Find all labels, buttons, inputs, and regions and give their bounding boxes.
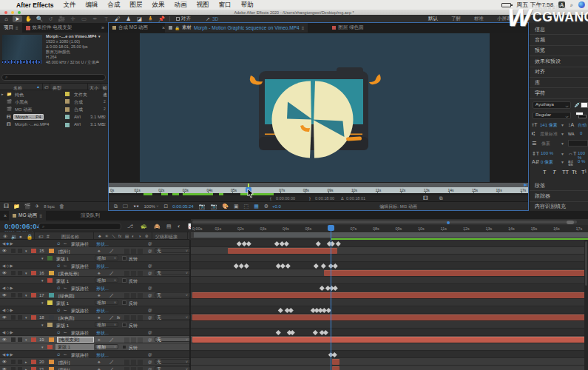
shy-switch-icon[interactable]: ♣ xyxy=(98,337,101,342)
eye-icon[interactable]: 👁 xyxy=(2,315,7,320)
tab-render-queue[interactable]: 渲染队列 xyxy=(77,211,104,221)
label-color-swatch[interactable] xyxy=(65,92,70,96)
eye-icon[interactable]: 👁 xyxy=(2,360,7,364)
project-item-name[interactable]: 小黑点 xyxy=(15,99,28,106)
invert-checkbox[interactable] xyxy=(122,345,126,349)
close-tab-icon[interactable]: × xyxy=(4,213,7,218)
workspace-了解[interactable]: 了解 xyxy=(451,16,461,22)
layer-duration-bar[interactable] xyxy=(332,366,339,370)
threed-switch-icon[interactable]: ⊛ xyxy=(145,234,149,238)
stopwatch-icon[interactable]: ⏱ xyxy=(57,352,60,357)
label-color-swatch[interactable] xyxy=(65,115,70,119)
shy-layers-icon[interactable]: 🙈 xyxy=(154,223,160,229)
workspace-库[interactable]: 库 xyxy=(524,16,530,22)
chevron-down-icon[interactable]: ▼ xyxy=(561,123,564,127)
layer-row[interactable]: 👁▾15[指针]♣／@无˅ xyxy=(0,247,588,255)
project-item-name[interactable]: Morph -....P4 xyxy=(13,114,44,120)
mini-flowchart-icon[interactable]: ⎇ xyxy=(127,223,133,229)
timeline-navigator[interactable] xyxy=(191,219,588,225)
mask-row[interactable]: ▾蒙版 1相加˅反转 xyxy=(0,321,588,329)
parent-select[interactable]: 无˅ xyxy=(155,366,190,370)
quality-switch-icon[interactable]: ＼ xyxy=(112,234,116,239)
mask-color-swatch[interactable] xyxy=(47,256,53,261)
pickwhip-icon[interactable]: @ xyxy=(148,315,152,320)
collapse-icon[interactable]: ▾ xyxy=(41,345,44,349)
show-snapshot-icon[interactable]: 📷 xyxy=(210,204,217,209)
pickwhip-icon[interactable]: @ xyxy=(148,308,152,312)
pan-behind-tool-icon[interactable]: ✛ xyxy=(68,16,78,22)
adjustment-switch-icon[interactable]: ◑ xyxy=(138,234,141,238)
panel-header-段落[interactable]: 段落 xyxy=(530,181,588,191)
navigator-bar[interactable] xyxy=(192,221,577,223)
collapse-switch-icon[interactable]: ☀ xyxy=(105,234,109,238)
rotation-tool-icon[interactable]: ↺ xyxy=(46,16,55,22)
layer-duration-bar[interactable] xyxy=(192,314,588,320)
number-column-icon[interactable]: # xyxy=(47,234,50,239)
invert-checkbox[interactable] xyxy=(122,323,126,327)
property-row[interactable]: ◀◇▶⏱⌙蒙版路径形状...@ xyxy=(0,284,588,292)
source-color-swatch[interactable] xyxy=(49,293,54,298)
workspace-小屏幕[interactable]: 小屏幕 xyxy=(497,16,512,22)
invert-checkbox[interactable] xyxy=(122,300,126,305)
menu-item-编辑[interactable]: 编辑 xyxy=(86,1,98,10)
shy-switch-icon[interactable]: ♣ xyxy=(98,234,101,238)
parent-select[interactable]: 无˅ xyxy=(155,292,190,297)
snapshot-icon[interactable]: 📷 xyxy=(199,204,206,209)
brush-tool-icon[interactable]: 🖌 xyxy=(112,16,122,22)
layer-duration-bar[interactable] xyxy=(324,270,588,276)
faux-style-button[interactable]: T xyxy=(552,169,556,175)
tab-effect-controls[interactable]: 效果控件 电视支架 xyxy=(22,23,76,33)
quality-switch-icon[interactable]: ／ xyxy=(109,292,114,299)
text-tool-icon[interactable]: T xyxy=(101,16,111,22)
pen-tool-icon[interactable]: ✒ xyxy=(90,16,100,22)
align-checkbox[interactable] xyxy=(176,17,180,21)
roto-brush-tool-icon[interactable]: 🧍 xyxy=(146,16,155,22)
exposure-value[interactable]: +0.0 xyxy=(272,204,281,209)
pickwhip-icon[interactable]: @ xyxy=(148,367,152,370)
stopwatch-icon[interactable]: ⏱ xyxy=(57,263,60,269)
lock-column-icon[interactable]: 🔒 xyxy=(27,234,33,240)
workspace-标准[interactable]: 标准 xyxy=(474,16,484,22)
snap-align-toggle[interactable]: 对齐 xyxy=(176,16,191,22)
layer-name[interactable]: [指针] xyxy=(58,367,70,370)
collapse-icon[interactable]: ▾ xyxy=(41,256,44,260)
label-column-icon[interactable]: 🏷 xyxy=(38,234,44,239)
panel-header-预览[interactable]: 预览 xyxy=(530,46,588,56)
tab-project[interactable]: 项目 ≡ xyxy=(0,23,22,33)
collapse-icon[interactable]: ▾ xyxy=(41,300,44,305)
quality-switch-icon[interactable]: ／ xyxy=(109,270,114,277)
shape-tool-icon[interactable]: ▭ xyxy=(79,16,89,22)
home-tool-icon[interactable]: ⌂ xyxy=(1,16,11,22)
layer-duration-bar[interactable] xyxy=(228,248,337,254)
pickwhip-icon[interactable]: @ xyxy=(148,263,152,268)
fast-preview-icon[interactable]: ⚙ xyxy=(264,204,268,209)
project-item-name[interactable]: MG 动画 xyxy=(15,107,32,113)
label-color-swatch[interactable] xyxy=(31,315,36,320)
project-item-row[interactable]: ▸📁纯色文件夹♟ xyxy=(0,90,108,98)
new-folder-icon[interactable]: 📁 xyxy=(13,204,20,209)
next-keyframe-icon[interactable]: ▶ xyxy=(10,241,13,246)
draft-3d-icon[interactable]: 🐢 xyxy=(141,223,147,229)
chevron-down-icon[interactable]: ▼ xyxy=(561,160,564,164)
frame-blending-icon[interactable]: ▤ xyxy=(166,223,172,229)
layer-row[interactable]: 👁▸21[指针]♣／@无˅ xyxy=(0,366,588,370)
eye-icon[interactable]: 👁 xyxy=(2,249,7,253)
property-row[interactable]: ◀◇▶⏱⌙蒙版路径形状...@ xyxy=(0,329,588,336)
label-color-swatch[interactable] xyxy=(31,249,36,254)
mask-mode-select[interactable]: 相加˅ xyxy=(95,278,118,283)
label-color-swatch[interactable] xyxy=(31,360,36,365)
navigator-end-handle[interactable] xyxy=(524,184,527,186)
chevron-down-icon[interactable]: ▼ xyxy=(561,141,564,146)
source-color-swatch[interactable] xyxy=(49,367,54,370)
panel-header-character[interactable]: 字符 xyxy=(530,88,588,98)
project-item-name[interactable]: Morph -...eo.MP4 xyxy=(15,122,49,127)
mask-name-selected[interactable]: 蒙版 1 xyxy=(55,344,94,350)
transparency-toggle-icon[interactable]: ⧉ xyxy=(114,204,118,209)
project-item-row[interactable]: 🎬小黑点合成2 xyxy=(0,98,108,105)
viewer-current-time[interactable]: 0:00:05:24 xyxy=(172,204,193,209)
column-tag-icon[interactable]: 🏷 xyxy=(44,85,49,90)
puppet-pin-tool-icon[interactable]: 📌 xyxy=(157,16,166,22)
faux-style-button[interactable]: T¹ xyxy=(581,169,587,175)
workspace-默认[interactable]: 默认 xyxy=(428,16,438,22)
solo-column-icon[interactable]: ● xyxy=(19,234,22,239)
